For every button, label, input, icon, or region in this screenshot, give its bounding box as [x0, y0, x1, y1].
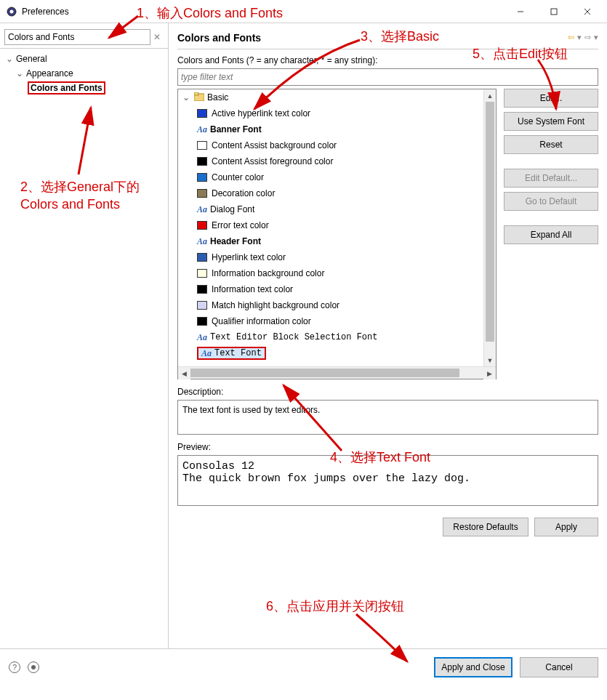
tree-item[interactable]: Qualifier information color — [178, 313, 483, 329]
clear-search-icon[interactable]: ✕ — [150, 32, 164, 42]
svg-rect-3 — [551, 9, 557, 15]
tree-item[interactable]: AaText Editor Block Selection Font — [178, 329, 483, 345]
forward-menu-icon[interactable]: ▾ — [594, 33, 598, 42]
tree-item[interactable]: Information background color — [178, 265, 483, 281]
tree-item[interactable]: AaBanner Font — [178, 121, 483, 137]
tree-item[interactable]: Hyperlink text color — [178, 249, 483, 265]
tree-item[interactable]: AaHeader Font — [178, 233, 483, 249]
tree-item[interactable]: Content Assist background color — [178, 137, 483, 153]
scroll-thumb-h[interactable] — [190, 369, 459, 377]
tree-item[interactable]: Active hyperlink text color — [178, 105, 483, 121]
color-swatch — [197, 189, 207, 198]
sidebar-search-input[interactable] — [4, 29, 150, 45]
category-tree[interactable]: ⌄ General ⌄ Appearance Colors and Fonts — [0, 49, 168, 98]
description-box: The text font is used by text editors. — [177, 400, 598, 435]
use-system-font-button[interactable]: Use System Font — [504, 112, 598, 131]
edit-default-button[interactable]: Edit Default... — [504, 169, 598, 188]
dialog-button-bar: ? Apply and Close Cancel — [0, 648, 607, 685]
tree-item-label: Header Font — [210, 236, 261, 246]
tree-item-label: Counter color — [212, 172, 264, 182]
tree-item[interactable]: AaText Font — [178, 345, 483, 361]
filter-hint: Colors and Fonts (? = any character, * =… — [177, 55, 598, 65]
tree-item-label: Text Font — [214, 348, 262, 358]
font-icon: Aa — [197, 204, 207, 215]
preview-label: Preview: — [177, 442, 598, 452]
preview-box: Consolas 12 The quick brown fox jumps ov… — [177, 455, 598, 506]
svg-point-1 — [10, 9, 14, 13]
color-swatch — [197, 221, 207, 230]
restore-defaults-button[interactable]: Restore Defaults — [443, 518, 528, 536]
chevron-down-icon: ⌄ — [15, 68, 25, 79]
filter-input[interactable] — [177, 68, 598, 86]
scroll-right-icon[interactable]: ▶ — [483, 367, 496, 379]
import-export-icon[interactable] — [28, 661, 39, 673]
tree-item-label: Match highlight background color — [212, 300, 339, 310]
tree-item-label: Text Editor Block Selection Font — [210, 332, 377, 342]
apply-and-close-button[interactable]: Apply and Close — [434, 657, 512, 677]
tree-item-label: Content Assist foreground color — [212, 156, 333, 166]
vertical-scrollbar[interactable]: ▲ ▼ — [483, 89, 496, 366]
tree-item-label: Error text color — [212, 220, 269, 230]
font-icon: Aa — [197, 236, 207, 247]
apply-button[interactable]: Apply — [534, 518, 598, 536]
tree-item[interactable]: Content Assist foreground color — [178, 153, 483, 169]
tree-label: Appearance — [25, 68, 75, 79]
tree-item[interactable]: Match highlight background color — [178, 297, 483, 313]
font-icon: Aa — [197, 124, 207, 135]
scroll-left-icon[interactable]: ◀ — [178, 367, 190, 379]
tree-item-label: Qualifier information color — [212, 316, 311, 326]
scroll-down-icon[interactable]: ▼ — [484, 354, 496, 366]
description-label: Description: — [177, 387, 598, 397]
back-menu-icon[interactable]: ▾ — [577, 33, 582, 42]
folder-icon — [194, 92, 204, 103]
color-swatch — [197, 141, 207, 150]
cancel-button[interactable]: Cancel — [520, 657, 598, 677]
edit-button[interactable]: Edit... — [504, 89, 598, 108]
chevron-down-icon: ⌄ — [4, 54, 15, 64]
colors-fonts-tree[interactable]: ⌄ Basic Active hyperlink text colorAaBan… — [177, 89, 497, 379]
back-icon[interactable]: ⇦ — [568, 33, 574, 42]
horizontal-scrollbar[interactable]: ◀ ▶ — [178, 366, 496, 379]
window-title: Preferences — [22, 7, 504, 17]
reset-button[interactable]: Reset — [504, 135, 598, 154]
tree-item-label: Active hyperlink text color — [212, 108, 310, 118]
close-button[interactable] — [571, 1, 604, 23]
tree-item-label: Dialog Font — [210, 204, 254, 214]
help-icon[interactable]: ? — [9, 661, 20, 673]
color-swatch — [197, 285, 207, 294]
svg-point-8 — [31, 665, 36, 669]
tree-item-label: Decoration color — [212, 188, 275, 198]
tree-item[interactable]: Information text color — [178, 281, 483, 297]
color-swatch — [197, 157, 207, 166]
color-swatch — [197, 301, 207, 310]
go-to-default-button[interactable]: Go to Default — [504, 192, 598, 211]
svg-rect-7 — [194, 92, 198, 95]
tree-node-label: Basic — [207, 92, 228, 102]
tree-item-general[interactable]: ⌄ General — [1, 52, 166, 66]
color-swatch — [197, 173, 207, 182]
tree-item[interactable]: Decoration color — [178, 185, 483, 201]
tree-item-appearance[interactable]: ⌄ Appearance — [1, 66, 166, 81]
tree-item[interactable]: Counter color — [178, 169, 483, 185]
minimize-button[interactable] — [504, 1, 537, 23]
expand-all-button[interactable]: Expand All — [504, 225, 598, 244]
scroll-up-icon[interactable]: ▲ — [484, 89, 496, 102]
tree-item-label: Hyperlink text color — [212, 252, 286, 262]
main-panel: Colors and Fonts ⇦ ▾ ⇨ ▾ Colors and Font… — [169, 23, 607, 648]
tree-item[interactable]: Error text color — [178, 217, 483, 233]
tree-node-basic[interactable]: ⌄ Basic — [178, 89, 483, 105]
font-icon: Aa — [197, 332, 207, 343]
color-swatch — [197, 253, 207, 262]
tree-item[interactable]: AaDialog Font — [178, 201, 483, 217]
nav-history: ⇦ ▾ ⇨ ▾ — [568, 33, 598, 42]
color-swatch — [197, 317, 207, 326]
maximize-button[interactable] — [537, 1, 571, 23]
titlebar: Preferences — [0, 0, 607, 23]
tree-label: Colors and Fonts — [28, 81, 105, 94]
scroll-thumb[interactable] — [486, 102, 494, 342]
forward-icon[interactable]: ⇨ — [584, 33, 591, 42]
tree-item-label: Content Assist background color — [212, 140, 337, 150]
tree-item-colors-fonts[interactable]: Colors and Fonts — [1, 81, 166, 95]
color-swatch — [197, 269, 207, 278]
page-title: Colors and Fonts — [177, 32, 568, 44]
